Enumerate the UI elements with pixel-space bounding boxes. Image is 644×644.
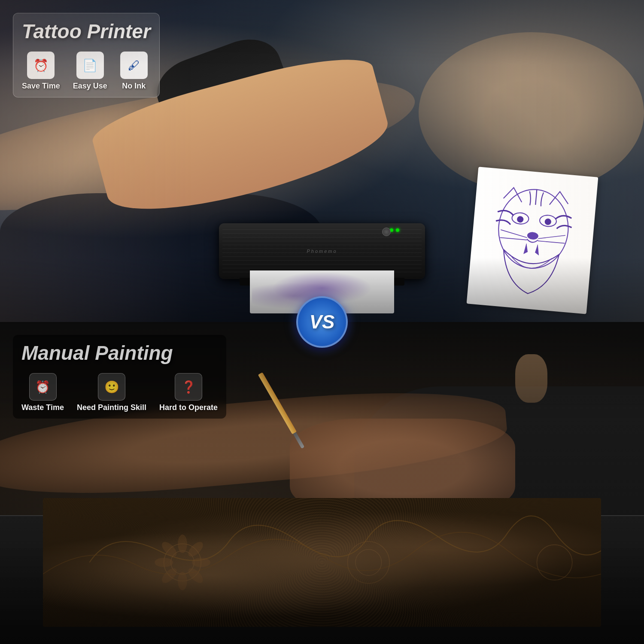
hard-operate-icon-box: ❓ xyxy=(175,373,202,401)
svg-point-22 xyxy=(159,539,179,559)
neck-chain-decoration xyxy=(515,354,547,403)
svg-point-16 xyxy=(186,539,206,559)
tiger-svg xyxy=(477,178,588,302)
svg-point-5 xyxy=(527,232,538,240)
svg-point-21 xyxy=(155,558,173,567)
easy-use-label: Easy Use xyxy=(73,82,107,91)
no-ink-icon: 🖋 xyxy=(128,58,140,73)
vs-badge: VS xyxy=(296,296,348,348)
printer-brand-label: Phomemo xyxy=(307,249,337,254)
svg-point-14 xyxy=(537,545,572,580)
hard-operate-label: Hard to Operate xyxy=(159,403,218,412)
top-info-panel: Tattoo Printer ⏰ Save Time 📄 Easy Use xyxy=(13,13,160,97)
artwork-canvas xyxy=(43,498,601,627)
svg-point-15 xyxy=(178,535,187,553)
artwork-design xyxy=(43,498,601,627)
feature-hard-operate: ❓ Hard to Operate xyxy=(159,373,218,412)
printer-power-button[interactable] xyxy=(382,228,391,236)
waste-time-icon-box: ⏰ xyxy=(29,373,57,401)
waste-time-icon: ⏰ xyxy=(35,380,50,394)
need-skill-icon: 🙂 xyxy=(104,380,119,394)
vs-label: VS xyxy=(310,311,335,333)
led-2 xyxy=(396,228,399,232)
svg-point-18 xyxy=(186,566,206,586)
save-time-label: Save Time xyxy=(22,82,60,91)
top-section-title: Tattoo Printer xyxy=(22,20,151,43)
printer-device: Phomemo xyxy=(219,223,425,279)
top-section: Phomemo Tattoo Printer ⏰ Save Time xyxy=(0,0,644,322)
feature-save-time: ⏰ Save Time xyxy=(22,52,60,91)
bottom-info-panel: Manual Painting ⏰ Waste Time 🙂 Need Pain… xyxy=(13,335,226,419)
svg-point-12 xyxy=(348,541,390,583)
svg-line-9 xyxy=(500,237,527,240)
hard-operate-icon: ❓ xyxy=(181,380,196,394)
easy-use-icon-box: 📄 xyxy=(76,52,104,79)
printer-paper-output xyxy=(467,167,598,314)
svg-point-20 xyxy=(159,566,179,586)
need-skill-icon-box: 🙂 xyxy=(98,373,125,401)
feature-easy-use: 📄 Easy Use xyxy=(73,52,107,91)
svg-line-7 xyxy=(538,241,565,243)
save-time-icon: ⏰ xyxy=(33,58,49,73)
bottom-section-title: Manual Painting xyxy=(21,341,218,365)
need-skill-label: Need Painting Skill xyxy=(77,403,146,412)
no-ink-icon-box: 🖋 xyxy=(120,52,148,79)
svg-point-17 xyxy=(192,558,210,567)
waste-time-label: Waste Time xyxy=(21,403,64,412)
printer-body: Phomemo xyxy=(219,223,425,279)
bottom-features-row: ⏰ Waste Time 🙂 Need Painting Skill ❓ Har… xyxy=(21,373,218,412)
svg-point-0 xyxy=(495,187,571,271)
top-features-row: ⏰ Save Time 📄 Easy Use 🖋 No Ink xyxy=(22,52,151,91)
svg-line-6 xyxy=(538,233,565,241)
artwork-svg xyxy=(43,498,601,627)
svg-point-3 xyxy=(517,216,524,223)
no-ink-label: No Ink xyxy=(122,82,146,91)
feature-no-ink: 🖋 No Ink xyxy=(120,52,148,91)
svg-point-13 xyxy=(355,550,382,576)
svg-point-4 xyxy=(544,218,551,225)
svg-line-8 xyxy=(500,230,528,237)
printer-led-group xyxy=(390,228,399,232)
easy-use-icon: 📄 xyxy=(82,58,97,73)
main-container: Phomemo Tattoo Printer ⏰ Save Time xyxy=(0,0,644,644)
bottom-section: Manual Painting ⏰ Waste Time 🙂 Need Pain… xyxy=(0,322,644,644)
tiger-design xyxy=(471,171,593,310)
save-time-icon-box: ⏰ xyxy=(27,52,55,79)
feature-waste-time: ⏰ Waste Time xyxy=(21,373,64,412)
feature-need-skill: 🙂 Need Painting Skill xyxy=(77,373,146,412)
svg-point-19 xyxy=(178,572,187,590)
